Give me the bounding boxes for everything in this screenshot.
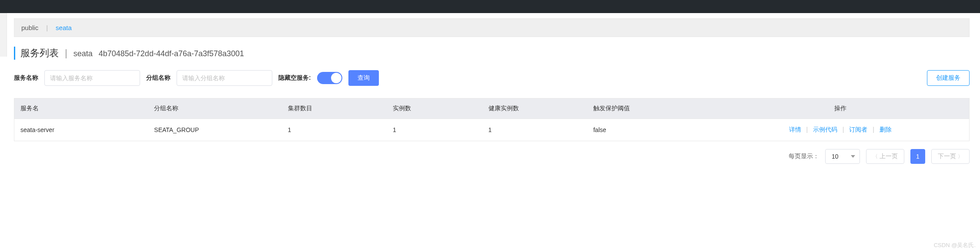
namespace-tab-public[interactable]: public — [21, 24, 38, 31]
page-header: 服务列表 | seata 4b70485d-72dd-44df-a76a-7a3… — [14, 47, 970, 60]
namespace-tab-seata[interactable]: seata — [56, 24, 72, 31]
namespace-tab-separator: | — [46, 24, 48, 31]
search-form: 服务名称 分组名称 隐藏空服务: 查询 创建服务 — [14, 70, 970, 86]
col-service-name: 服务名 — [14, 98, 148, 119]
query-button[interactable]: 查询 — [348, 70, 379, 86]
prev-page-button[interactable]: 〈 上一页 — [866, 149, 904, 164]
cell-group-name: SEATA_GROUP — [148, 119, 281, 141]
col-group-name: 分组名称 — [148, 98, 281, 119]
chevron-left-icon: 〈 — [873, 153, 878, 160]
op-detail-link[interactable]: 详情 — [789, 126, 801, 133]
top-app-bar — [0, 0, 980, 13]
cell-instance-count: 1 — [387, 119, 482, 141]
group-name-label: 分组名称 — [146, 74, 171, 82]
namespace-id: 4b70485d-72dd-44df-a76a-7a3f578a3001 — [99, 49, 244, 58]
table-header-row: 服务名 分组名称 集群数目 实例数 健康实例数 触发保护阈值 操作 — [14, 98, 969, 119]
op-separator: | — [806, 126, 808, 133]
toggle-thumb — [331, 73, 341, 83]
next-page-button[interactable]: 下一页 〉 — [931, 149, 970, 164]
col-operations: 操作 — [711, 98, 969, 119]
cell-operations: 详情 | 示例代码 | 订阅者 | 删除 — [711, 119, 969, 141]
page-size-label: 每页显示： — [789, 153, 819, 160]
create-service-button[interactable]: 创建服务 — [927, 70, 970, 86]
page-size-select[interactable]: 10 — [825, 149, 860, 164]
group-name-input[interactable] — [177, 70, 272, 86]
page-size-value: 10 — [832, 153, 839, 160]
op-separator: | — [873, 126, 874, 133]
table-row: seata-server SEATA_GROUP 1 1 1 false 详情 … — [14, 119, 969, 141]
op-separator: | — [843, 126, 844, 133]
cell-service-name: seata-server — [14, 119, 148, 141]
title-separator: | — [65, 47, 67, 59]
op-sample-link[interactable]: 示例代码 — [813, 126, 837, 133]
col-instance-count: 实例数 — [387, 98, 482, 119]
prev-page-label: 上一页 — [880, 153, 898, 160]
service-name-input[interactable] — [44, 70, 140, 86]
chevron-right-icon: 〉 — [958, 153, 963, 160]
hide-empty-toggle[interactable] — [317, 72, 342, 84]
op-subscribers-link[interactable]: 订阅者 — [849, 126, 867, 133]
cell-healthy-count: 1 — [482, 119, 587, 141]
service-name-label: 服务名称 — [14, 74, 38, 82]
cell-threshold: false — [587, 119, 711, 141]
next-page-label: 下一页 — [938, 153, 956, 160]
col-threshold: 触发保护阈值 — [587, 98, 711, 119]
cell-cluster-count: 1 — [282, 119, 387, 141]
left-nav-sliver — [0, 13, 7, 57]
col-cluster-count: 集群数目 — [282, 98, 387, 119]
col-healthy-count: 健康实例数 — [482, 98, 587, 119]
hide-empty-label: 隐藏空服务: — [278, 74, 311, 82]
op-delete-link[interactable]: 删除 — [880, 126, 892, 133]
page-number-current[interactable]: 1 — [910, 149, 925, 164]
service-table: 服务名 分组名称 集群数目 实例数 健康实例数 触发保护阈值 操作 seata-… — [14, 98, 970, 141]
page-title: 服务列表 — [20, 47, 59, 60]
namespace-tabs: public | seata — [14, 18, 970, 37]
namespace-name: seata — [74, 49, 93, 58]
pagination: 每页显示： 10 〈 上一页 1 下一页 〉 — [14, 149, 970, 164]
